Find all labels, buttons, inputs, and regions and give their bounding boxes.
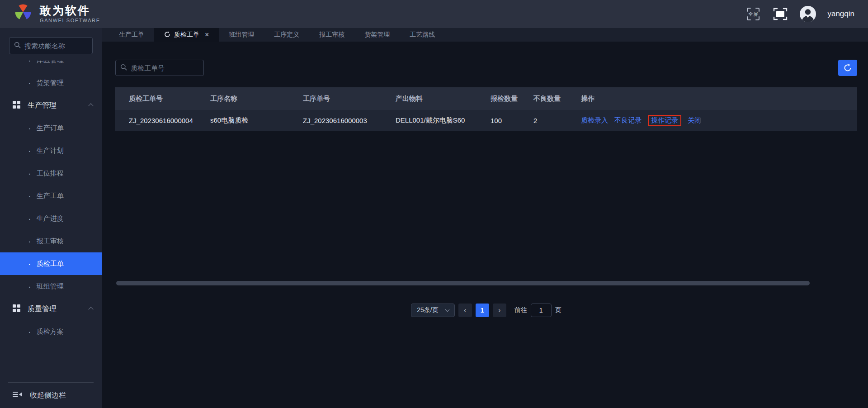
page-size-select[interactable]: 25条/页: [411, 304, 454, 317]
sidebar-item-label: 生产计划: [37, 147, 64, 155]
fullscreen-cn-icon[interactable]: 全屏: [745, 6, 761, 22]
page-size-value: 25条/页: [417, 306, 438, 314]
brand-subtitle: GANWEI SOFTWARE: [40, 18, 100, 23]
action-link-close[interactable]: 关闭: [688, 116, 701, 125]
tab-label: 工序定义: [274, 31, 299, 39]
collapse-sidebar-button[interactable]: 收起侧边栏: [0, 383, 102, 408]
brand-name: 敢为软件: [40, 5, 100, 16]
search-icon: [120, 64, 127, 72]
goto-label: 前往: [514, 306, 527, 314]
order-search-box[interactable]: [115, 60, 204, 76]
cell-material: DELL001/戴尔电脑S60: [396, 116, 491, 125]
username[interactable]: yangqin: [827, 9, 854, 19]
app-window: 敢为软件 GANWEI SOFTWARE 全屏: [0, 0, 868, 408]
sidebar-item-label: 生产工单: [37, 192, 64, 200]
sidebar: · 库区管理 · 货架管理 生产管理 · 生产订单 · 生产计划: [0, 28, 102, 408]
cell-defect-qty: 2: [533, 117, 581, 124]
toolbar: [115, 60, 857, 76]
goto-page-input[interactable]: [531, 304, 552, 317]
bullet-icon: ·: [28, 61, 31, 65]
section-label: 质量管理: [28, 304, 57, 314]
chevron-up-icon: [88, 307, 93, 312]
svg-text:全屏: 全屏: [748, 11, 758, 17]
fixed-column-divider: [569, 87, 569, 281]
refresh-button[interactable]: [838, 60, 857, 76]
bullet-icon: ·: [28, 259, 31, 268]
table-header-row: 质检工单号 工序名称 工序单号 产出物料 报检数量 不良数量 操作: [115, 87, 857, 110]
sidebar-item-zhijianfangan[interactable]: · 质检方案: [0, 320, 102, 340]
column-header-process-no: 工序单号: [303, 95, 396, 103]
action-link-quality-entry[interactable]: 质检录入: [581, 116, 608, 125]
refresh-tab-icon[interactable]: [164, 31, 170, 39]
sidebar-item-gongweipaicheng[interactable]: · 工位排程: [0, 162, 102, 185]
action-link-operation-record-highlighted[interactable]: 操作记录: [648, 115, 681, 126]
cell-inspection-no: ZJ_20230616000004: [115, 117, 210, 124]
main-area: 生产工单 质检工单 × 班组管理 工序定义 报工审核 货架管理: [102, 28, 868, 408]
sidebar-item-label: 质检方案: [37, 327, 64, 336]
tab-banzuguanli[interactable]: 班组管理: [219, 28, 264, 42]
sidebar-item-shengchandingdan[interactable]: · 生产订单: [0, 117, 102, 139]
order-search-input[interactable]: [131, 64, 199, 72]
sidebar-item-zhijiangongdan-active[interactable]: · 质检工单: [0, 252, 102, 275]
section-label: 生产管理: [28, 101, 57, 110]
sidebar-item-label: 生产订单: [37, 124, 64, 133]
prev-page-button[interactable]: ‹: [458, 304, 472, 317]
table: 质检工单号 工序名称 工序单号 产出物料 报检数量 不良数量 操作 ZJ_202…: [115, 87, 857, 286]
chevron-up-icon: [88, 103, 93, 108]
bullet-icon: ·: [28, 78, 31, 87]
column-header-material: 产出物料: [396, 95, 491, 103]
sidebar-item-shengchanjihua[interactable]: · 生产计划: [0, 139, 102, 162]
search-icon: [14, 42, 21, 50]
sidebar-item-banzuguanli[interactable]: · 班组管理: [0, 275, 102, 298]
cell-process-no: ZJ_20230616000003: [303, 117, 396, 124]
sidebar-item-label: 质检工单: [37, 260, 64, 268]
tab-label: 工艺路线: [410, 31, 435, 39]
tab-gongxudingyi[interactable]: 工序定义: [264, 28, 309, 42]
sidebar-item-huojiaguanli[interactable]: · 货架管理: [0, 71, 102, 94]
table-row: ZJ_20230616000004 s60电脑质检 ZJ_20230616000…: [115, 110, 857, 131]
sidebar-item-baogongshenhe[interactable]: · 报工审核: [0, 230, 102, 252]
bullet-icon: ·: [28, 327, 31, 336]
sidebar-item-label: 生产进度: [37, 214, 64, 223]
sidebar-search-input[interactable]: [24, 42, 88, 50]
pagination: 25条/页 ‹ 1 › 前往 页: [115, 304, 857, 317]
sidebar-item-label: 工位排程: [37, 169, 64, 178]
tab-zhijiangongdan-active[interactable]: 质检工单 ×: [154, 28, 219, 42]
column-header-inspection-no: 质检工单号: [115, 95, 210, 103]
row-actions: 质检录入 不良记录 操作记录 关闭: [581, 115, 857, 126]
collapse-icon: [13, 390, 23, 400]
tab-baogongshenhe[interactable]: 报工审核: [309, 28, 354, 42]
close-tab-icon[interactable]: ×: [205, 31, 209, 38]
bullet-icon: ·: [28, 146, 31, 155]
header-right: 全屏: [745, 5, 854, 23]
tab-label: 生产工单: [119, 31, 144, 39]
tab-bar: 生产工单 质检工单 × 班组管理 工序定义 报工审核 货架管理: [102, 28, 868, 42]
cell-process-name: s60电脑质检: [210, 116, 303, 125]
cell-report-qty: 100: [491, 117, 533, 124]
page-unit-label: 页: [555, 306, 561, 314]
action-link-defect-record[interactable]: 不良记录: [614, 116, 642, 125]
horizontal-scrollbar[interactable]: [116, 281, 810, 285]
avatar[interactable]: [799, 5, 816, 23]
sidebar-item-label: 货架管理: [37, 79, 64, 87]
sidebar-search-box[interactable]: [9, 37, 93, 54]
column-header-defect-qty: 不良数量: [533, 95, 581, 103]
bullet-icon: ·: [28, 169, 31, 178]
fullscreen-icon[interactable]: [772, 6, 788, 22]
tab-huojiaguanli[interactable]: 货架管理: [354, 28, 400, 42]
column-header-process-name: 工序名称: [210, 95, 303, 103]
page-number-1[interactable]: 1: [476, 304, 489, 317]
next-page-button[interactable]: ›: [493, 304, 506, 317]
sidebar-item-shengchangongdan[interactable]: · 生产工单: [0, 185, 102, 207]
bullet-icon: ·: [28, 123, 31, 133]
brand-logo: 敢为软件 GANWEI SOFTWARE: [13, 4, 100, 24]
collapse-label: 收起侧边栏: [30, 391, 66, 400]
sidebar-item-shengchanjindu[interactable]: · 生产进度: [0, 207, 102, 230]
sidebar-item-label: 班组管理: [37, 282, 64, 291]
sidebar-section-production[interactable]: 生产管理: [0, 94, 102, 117]
sidebar-section-quality[interactable]: 质量管理: [0, 298, 102, 320]
sidebar-item-kuquguanli[interactable]: · 库区管理: [0, 61, 102, 71]
tab-gongyiluxian[interactable]: 工艺路线: [400, 28, 445, 42]
tab-shengchangongdan[interactable]: 生产工单: [109, 28, 154, 42]
bullet-icon: ·: [28, 237, 31, 246]
